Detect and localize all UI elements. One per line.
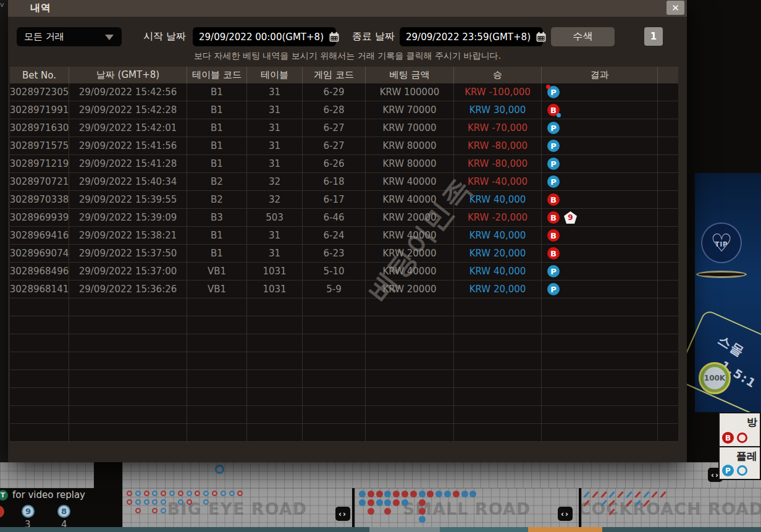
empty-cell: [10, 316, 69, 334]
cell-date: 29/09/2022 15:41:56: [69, 137, 187, 154]
cell-bet-no: 3028971991: [10, 101, 69, 119]
cell-bet-no: 3028969416: [10, 227, 69, 244]
big-eye-scroll-button[interactable]: ‹›: [335, 507, 350, 521]
cell-game-code: 6-26: [303, 155, 366, 172]
table-row[interactable]: 3028969939 29/09/2022 15:39:09 B3 503 6-…: [10, 209, 678, 227]
banker-result-icon: B: [547, 229, 560, 242]
empty-cell: [454, 388, 542, 405]
table-row[interactable]: 3028969074 29/09/2022 15:37:50 B1 31 6-2…: [10, 245, 678, 263]
cell-game-code: 6-27: [303, 137, 366, 154]
cell-bet-no: 3028969074: [10, 245, 69, 262]
tip-shadow: [696, 271, 747, 278]
empty-cell: [542, 388, 658, 405]
cell-bet-no: 3028970338: [10, 191, 69, 208]
table-row[interactable]: 3028970338 29/09/2022 15:39:55 B2 32 6-1…: [10, 191, 678, 209]
table-row[interactable]: 3028972305 29/09/2022 15:42:56 B1 31 6-2…: [10, 83, 678, 101]
cell-table: 31: [247, 137, 303, 154]
end-date-value: 29/09/2022 23:59(GMT+8): [406, 32, 531, 43]
small-road-scroll-button[interactable]: ‹›: [558, 507, 573, 521]
player-result-icon: P: [547, 175, 560, 188]
table-row[interactable]: 3028968141 29/09/2022 15:36:26 VB1 1031 …: [10, 281, 678, 298]
cell-game-code: 6-46: [303, 209, 366, 226]
cell-extra: [658, 245, 678, 262]
empty-cell: [542, 370, 658, 387]
cell-game-code: 6-23: [303, 245, 366, 262]
cell-bet-amount: KRW 40000: [366, 191, 454, 208]
road-mark-red: [178, 491, 183, 496]
search-button[interactable]: 수색: [551, 27, 615, 46]
road-mark-red: [368, 491, 374, 497]
table-row[interactable]: 3028971991 29/09/2022 15:42:28 B1 31 6-2…: [10, 101, 678, 119]
tip-label: TIP: [715, 241, 728, 248]
empty-cell: [454, 352, 542, 369]
empty-cell: [542, 406, 658, 423]
cell-extra: [658, 191, 678, 208]
empty-cell: [10, 298, 69, 316]
table-row[interactable]: 3028969416 29/09/2022 15:38:21 B1 31 6-2…: [10, 227, 678, 245]
road-mark-blue: [419, 516, 426, 523]
table-row[interactable]: 3028971575 29/09/2022 15:41:56 B1 31 6-2…: [10, 137, 678, 155]
cell-date: 29/09/2022 15:36:26: [69, 281, 187, 298]
table-row[interactable]: 3028971630 29/09/2022 15:42:01 B1 31 6-2…: [10, 119, 678, 137]
empty-cell: [247, 334, 303, 352]
road-mark-red: [393, 491, 400, 497]
empty-cell: [247, 388, 303, 405]
table-row[interactable]: 3028971219 29/09/2022 15:41:28 B1 31 6-2…: [10, 155, 678, 173]
cell-bet-amount: KRW 20000: [366, 209, 454, 226]
close-button[interactable]: ✕: [666, 1, 684, 15]
banker-result-icon: B: [547, 193, 560, 206]
empty-cell: [247, 406, 303, 423]
cell-win: KRW 20,000: [454, 281, 542, 298]
cell-bet-no: 3028972305: [10, 83, 69, 101]
empty-cell: [247, 370, 303, 387]
empty-cell: [303, 370, 366, 387]
chip-100k[interactable]: 100K: [699, 362, 731, 394]
end-date-input[interactable]: 29/09/2022 23:59(GMT+8): [400, 27, 543, 46]
empty-cell: [303, 334, 366, 352]
cell-bet-amount: KRW 70000: [366, 101, 454, 119]
player-result-icon: P: [547, 140, 560, 152]
banker-player-panels: 방 B 플레 P: [718, 412, 761, 480]
table-row[interactable]: 3028970721 29/09/2022 15:40:34 B2 32 6-1…: [10, 173, 678, 191]
empty-cell: [187, 370, 247, 387]
table-header-row: Bet No. 날짜 (GMT+8) 테이블 코드 테이블 게임 코드 베팅 금…: [10, 67, 678, 83]
transaction-type-dropdown[interactable]: 모든 거래: [17, 27, 122, 46]
page-1-button[interactable]: 1: [644, 27, 663, 46]
road-mark-blue: [144, 499, 149, 505]
road-mark-blue: [643, 491, 650, 499]
banker-result-icon: B: [547, 247, 560, 260]
cell-bet-amount: KRW 80000: [366, 137, 454, 154]
empty-table-row: [10, 406, 678, 424]
banker-result-icon: B: [547, 211, 560, 224]
cell-bet-amount: KRW 20000: [366, 245, 454, 262]
empty-cell: [69, 352, 187, 369]
road-mark-blue: [402, 499, 408, 506]
empty-cell: [542, 298, 658, 316]
road-mark-red: [410, 491, 417, 497]
empty-cell: [542, 316, 658, 334]
cell-table: 32: [247, 173, 303, 190]
cell-table-code: B1: [187, 101, 247, 119]
road-mark-red: [419, 508, 426, 515]
calendar-icon[interactable]: [329, 32, 340, 43]
calendar-icon[interactable]: [536, 32, 547, 43]
cell-win: KRW -80,000: [454, 155, 542, 172]
empty-cell: [187, 388, 247, 405]
cell-game-code: 6-17: [303, 191, 366, 208]
screen: v ♡ TIP 스몰 1.5:1 100K ‹› BIG EYE ROAD SM…: [0, 0, 761, 532]
cell-game-code: 6-24: [303, 227, 366, 244]
road-mark-red: [187, 499, 192, 505]
tip-button[interactable]: ♡ TIP: [701, 222, 742, 263]
cell-bet-amount: KRW 40000: [366, 173, 454, 190]
cell-win: KRW 30,000: [454, 101, 542, 119]
start-date-input[interactable]: 29/09/2022 00:00(GMT+8): [193, 27, 336, 46]
empty-table-row: [10, 334, 678, 352]
empty-table-row: [10, 370, 678, 388]
road-mark-red: [393, 499, 400, 506]
table-row[interactable]: 3028968496 29/09/2022 15:37:00 VB1 1031 …: [10, 263, 678, 281]
road-mark-red: [600, 491, 607, 499]
filter-row: 모든 거래 시작 날짜 29/09/2022 00:00(GMT+8) 종료 날…: [8, 27, 687, 47]
bet-history-table: Bet No. 날짜 (GMT+8) 테이블 코드 테이블 게임 코드 베팅 금…: [10, 67, 678, 442]
empty-table-row: [10, 316, 678, 334]
big-road-marker: [215, 465, 224, 474]
